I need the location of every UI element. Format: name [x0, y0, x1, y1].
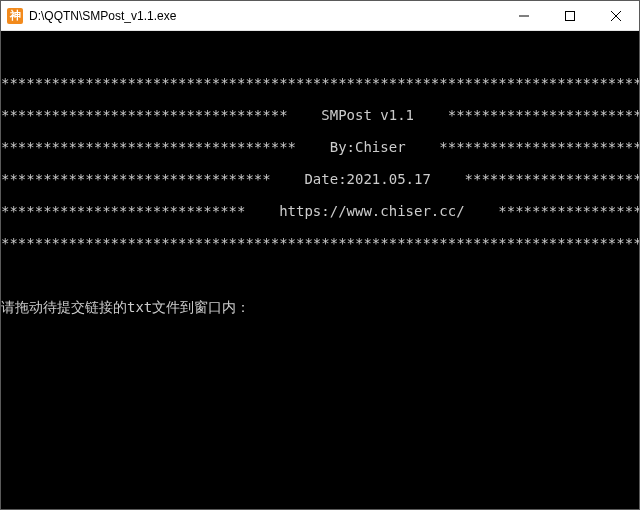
client-area: ****************************************…: [1, 31, 639, 509]
banner-line: ****************************************…: [1, 235, 639, 251]
prompt-line: 请拖动待提交链接的txt文件到窗口内：: [1, 299, 639, 315]
maximize-icon: [565, 11, 575, 21]
svg-rect-1: [566, 11, 575, 20]
banner-line: ***************************** https://ww…: [1, 203, 639, 219]
banner-line: *********************************** By:C…: [1, 139, 639, 155]
close-icon: [611, 11, 621, 21]
minimize-icon: [519, 11, 529, 21]
maximize-button[interactable]: [547, 1, 593, 30]
app-icon-glyph: 神: [10, 8, 21, 23]
console-output[interactable]: ****************************************…: [1, 31, 639, 509]
window-controls: [501, 1, 639, 30]
banner-line: ******************************** Date:20…: [1, 171, 639, 187]
minimize-button[interactable]: [501, 1, 547, 30]
app-icon: 神: [7, 8, 23, 24]
app-window: 神 D:\QQTN\SMPost_v1.1.exe **************…: [0, 0, 640, 510]
window-title: D:\QQTN\SMPost_v1.1.exe: [29, 9, 176, 23]
banner-line: ********************************** SMPos…: [1, 107, 639, 123]
banner-line: ****************************************…: [1, 75, 639, 91]
title-bar[interactable]: 神 D:\QQTN\SMPost_v1.1.exe: [1, 1, 639, 31]
close-button[interactable]: [593, 1, 639, 30]
